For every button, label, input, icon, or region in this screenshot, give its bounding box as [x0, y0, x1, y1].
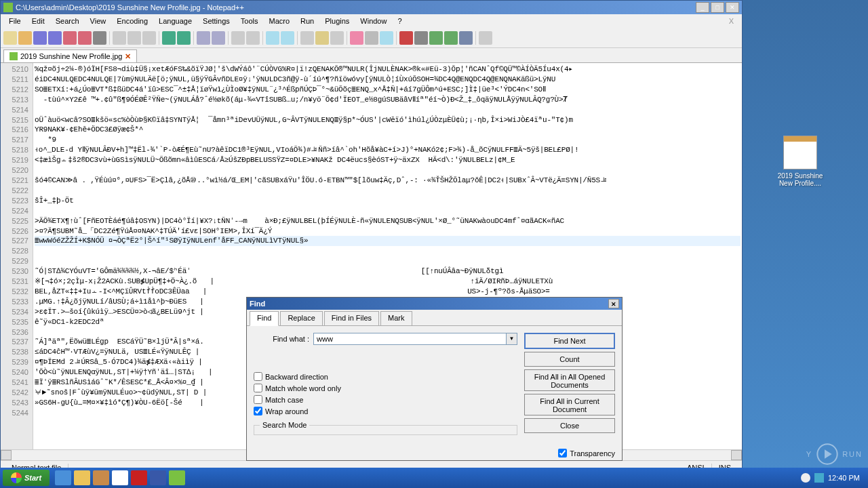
menu-tools[interactable]: Tools: [235, 16, 264, 26]
save-macro-icon[interactable]: [459, 31, 473, 45]
redo-icon[interactable]: [177, 31, 191, 45]
func-list-icon[interactable]: [350, 31, 363, 45]
paste-icon[interactable]: [142, 31, 156, 45]
file-thumbnail: [783, 136, 817, 169]
find-icon[interactable]: [197, 31, 210, 45]
menu-window[interactable]: Window: [355, 16, 392, 26]
scroll-right-icon[interactable]: [731, 450, 742, 460]
tray-icon-2[interactable]: [814, 473, 824, 483]
record-icon[interactable]: [399, 31, 413, 45]
menu-plugins[interactable]: Plugins: [319, 16, 355, 26]
undo-icon[interactable]: [162, 31, 176, 45]
cut-icon[interactable]: [113, 31, 126, 45]
menu-file[interactable]: File: [3, 16, 26, 26]
toolbar: [1, 28, 742, 48]
clock[interactable]: 12:40 PM: [828, 474, 860, 482]
find-what-input[interactable]: [313, 333, 507, 345]
print-icon[interactable]: [93, 31, 106, 45]
play-multi-icon[interactable]: [444, 31, 458, 45]
find-all-open-button[interactable]: Find All in All Opened Documents: [524, 369, 615, 391]
menu-help[interactable]: ?: [392, 16, 407, 26]
find-titlebar[interactable]: Find ✕: [247, 298, 622, 310]
find-close-icon[interactable]: ✕: [608, 299, 619, 308]
folder-task-icon[interactable]: [93, 470, 109, 485]
document-tabs: 2019 Sunshine New Profile.jpg ✕: [1, 48, 742, 63]
menu-close-x[interactable]: X: [724, 16, 739, 26]
scroll-left-icon[interactable]: [1, 450, 12, 460]
folder-icon[interactable]: [365, 31, 378, 45]
open-file-icon[interactable]: [18, 31, 32, 45]
menu-settings[interactable]: Settings: [197, 16, 235, 26]
start-button[interactable]: Start: [3, 470, 50, 486]
extra-icon[interactable]: [479, 31, 492, 45]
watermark-run: RUN: [842, 450, 863, 458]
stop-icon[interactable]: [414, 31, 428, 45]
minimize-button[interactable]: _: [696, 2, 709, 13]
check-backward[interactable]: Backward direction: [254, 372, 517, 381]
menu-encoding[interactable]: Encoding: [111, 16, 153, 26]
menu-language[interactable]: Language: [153, 16, 197, 26]
notepadpp-task-icon[interactable]: [169, 470, 185, 485]
check-match-case[interactable]: Match case: [254, 395, 517, 404]
find-tabs: Find Replace Find in Files Mark: [247, 310, 622, 326]
find-close-button[interactable]: Close: [524, 418, 615, 433]
menu-run[interactable]: Run: [295, 16, 319, 26]
taskbar: Start 12:40 PM: [0, 468, 868, 488]
window-title: C:\Users\admin\Desktop\2019 Sunshine New…: [16, 3, 696, 12]
maximize-button[interactable]: □: [711, 2, 724, 13]
zoom-out-icon[interactable]: [246, 31, 260, 45]
replace-icon[interactable]: [212, 31, 225, 45]
line-numbers: 5210521152125213521452155216521752185219…: [1, 63, 33, 449]
search-mode-group: Search Mode: [254, 421, 517, 435]
play-icon[interactable]: [429, 31, 443, 45]
check-whole-word[interactable]: Match whole word only: [254, 384, 517, 392]
new-file-icon[interactable]: [3, 31, 17, 45]
menu-view[interactable]: View: [85, 16, 112, 26]
menu-edit[interactable]: Edit: [26, 16, 50, 26]
app-task-icon[interactable]: [150, 470, 166, 485]
watermark-y: Y: [806, 450, 812, 458]
find-what-label: Find what :: [254, 335, 313, 343]
file-label: 2019 Sunshine New Profile....: [773, 172, 827, 187]
find-next-button[interactable]: Find Next: [524, 333, 615, 349]
chrome-icon[interactable]: [112, 470, 128, 485]
zoom-in-icon[interactable]: [231, 31, 245, 45]
tray-icon-1[interactable]: [801, 473, 810, 483]
save-icon[interactable]: [33, 31, 47, 45]
titlebar[interactable]: C:\Users\admin\Desktop\2019 Sunshine New…: [1, 1, 742, 14]
tab-label: 2019 Sunshine New Profile.jpg: [20, 52, 122, 60]
menu-search[interactable]: Search: [50, 16, 85, 26]
menubar: File Edit Search View Encoding Language …: [1, 14, 742, 28]
find-tab-replace[interactable]: Replace: [280, 311, 322, 325]
check-wrap[interactable]: Wrap around: [254, 407, 517, 415]
tab-active[interactable]: 2019 Sunshine New Profile.jpg ✕: [3, 49, 137, 62]
close-button[interactable]: ✕: [726, 2, 739, 13]
indent-icon[interactable]: [330, 31, 344, 45]
sync-h-icon[interactable]: [281, 31, 294, 45]
find-all-current-button[interactable]: Find All in Current Document: [524, 394, 615, 415]
show-all-icon[interactable]: [315, 31, 329, 45]
app-icon: [3, 3, 13, 12]
explorer-icon[interactable]: [74, 470, 90, 485]
count-button[interactable]: Count: [524, 352, 615, 367]
system-tray: 12:40 PM: [795, 473, 865, 483]
find-tab-mark[interactable]: Mark: [380, 311, 412, 325]
tab-close-icon[interactable]: ✕: [125, 52, 131, 61]
monitor-icon[interactable]: [380, 31, 393, 45]
sync-v-icon[interactable]: [266, 31, 279, 45]
find-tab-find[interactable]: Find: [250, 311, 279, 326]
opera-icon[interactable]: [131, 470, 147, 485]
close-icon[interactable]: [63, 31, 77, 45]
menu-macro[interactable]: Macro: [263, 16, 295, 26]
windows-logo-icon: [11, 472, 22, 483]
find-dialog: Find ✕ Find Replace Find in Files Mark F…: [246, 297, 623, 461]
wrap-icon[interactable]: [300, 31, 314, 45]
find-tab-findfiles[interactable]: Find in Files: [324, 311, 379, 325]
copy-icon[interactable]: [127, 31, 141, 45]
desktop-file-icon[interactable]: 2019 Sunshine New Profile....: [773, 136, 827, 187]
save-all-icon[interactable]: [48, 31, 62, 45]
close-all-icon[interactable]: [78, 31, 92, 45]
find-dropdown-icon[interactable]: ▼: [507, 333, 517, 345]
check-transparency[interactable]: Transparency: [558, 449, 615, 458]
ie-icon[interactable]: [55, 470, 71, 485]
